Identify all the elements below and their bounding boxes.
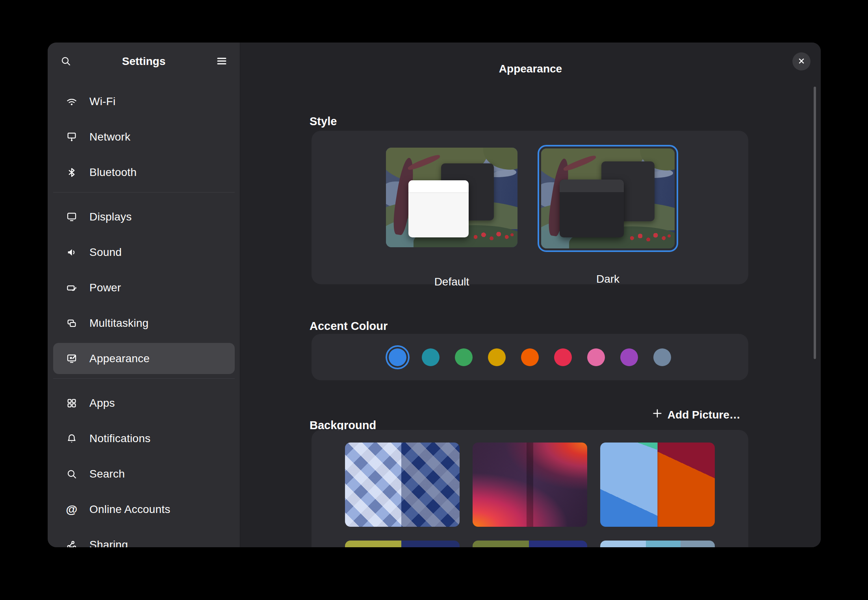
sidebar-item-appearance[interactable]: Appearance	[53, 343, 235, 374]
vertical-scrollbar[interactable]	[814, 87, 816, 359]
bluetooth-icon	[65, 166, 78, 179]
close-window-button[interactable]	[792, 52, 811, 70]
appearance-page: Appearance Style	[240, 43, 821, 547]
sidebar-item-label: Appearance	[89, 352, 150, 365]
background-card	[312, 430, 748, 547]
sidebar-item-sharing[interactable]: Sharing	[53, 529, 235, 547]
accent-swatch-red[interactable]	[554, 348, 572, 366]
sidebar-item-network[interactable]: Network	[53, 121, 235, 152]
multitasking-icon	[65, 317, 78, 330]
style-option-label: Default	[386, 276, 517, 288]
selected-style-frame	[538, 145, 678, 252]
style-card: Default	[312, 131, 748, 284]
accent-swatch-yellow[interactable]	[488, 348, 506, 366]
accent-swatch-blue[interactable]	[389, 348, 406, 366]
sidebar-item-multitasking[interactable]: Multitasking	[53, 307, 235, 339]
wallpaper-thumb-drool-split[interactable]	[600, 443, 715, 527]
power-icon	[65, 281, 78, 294]
style-option-default[interactable]: Default	[386, 148, 517, 247]
sidebar-nav: Wi-Fi Network Bluetooth	[53, 86, 235, 547]
preview-window-front-light	[408, 180, 469, 237]
sidebar-divider	[53, 192, 235, 193]
settings-window: Settings Wi-Fi	[48, 43, 821, 547]
accent-swatch-orange[interactable]	[521, 348, 539, 366]
sidebar-item-bluetooth[interactable]: Bluetooth	[53, 157, 235, 188]
add-picture-button[interactable]: Add Picture…	[652, 408, 740, 422]
accent-swatch-slate[interactable]	[653, 348, 671, 366]
search-icon	[65, 467, 78, 481]
apps-icon	[65, 396, 78, 410]
notifications-icon	[65, 432, 78, 445]
sidebar-item-label: Displays	[89, 211, 132, 223]
accent-swatch-green[interactable]	[455, 348, 473, 366]
close-icon	[797, 57, 806, 67]
sidebar-item-online-accounts[interactable]: @ Online Accounts	[53, 494, 235, 525]
wallpaper-thumb-blue-cubes[interactable]	[345, 443, 460, 527]
sidebar-divider	[53, 378, 235, 379]
wifi-icon	[65, 95, 78, 108]
sidebar-item-notifications[interactable]: Notifications	[53, 423, 235, 454]
preview-window-front-dark	[560, 180, 624, 237]
sidebar: Settings Wi-Fi	[48, 43, 240, 547]
accent-swatch-purple[interactable]	[620, 348, 638, 366]
wallpaper-thumb-row2-3[interactable]	[600, 541, 715, 547]
sidebar-item-label: Multitasking	[89, 317, 148, 330]
wallpaper-thumb-row2-1[interactable]	[345, 541, 460, 547]
wallpaper-thumb-magma-waves[interactable]	[473, 443, 587, 527]
main-menu-button[interactable]	[212, 52, 231, 71]
style-option-dark[interactable]: Dark	[538, 145, 678, 252]
network-icon	[65, 130, 78, 144]
sidebar-item-power[interactable]: Power	[53, 272, 235, 303]
appearance-icon	[65, 352, 78, 365]
desktop-background: Settings Wi-Fi	[0, 0, 868, 600]
sidebar-headerbar: Settings	[48, 43, 240, 80]
sidebar-item-wifi[interactable]: Wi-Fi	[53, 86, 235, 117]
sidebar-item-label: Sharing	[89, 539, 128, 548]
sidebar-item-label: Bluetooth	[89, 166, 137, 179]
sidebar-item-label: Online Accounts	[89, 503, 170, 516]
accent-section-title: Accent Colour	[310, 320, 388, 333]
sidebar-item-displays[interactable]: Displays	[53, 201, 235, 232]
plus-icon	[652, 408, 663, 422]
page-title: Appearance	[240, 50, 821, 88]
wallpaper-thumb-row2-2[interactable]	[473, 541, 587, 547]
headerbar: Appearance	[240, 43, 821, 80]
sound-icon	[65, 246, 78, 259]
online-accounts-icon: @	[65, 503, 78, 516]
style-preview-default	[386, 148, 517, 247]
sidebar-item-label: Sound	[89, 246, 122, 259]
sidebar-item-label: Search	[89, 468, 125, 480]
sidebar-item-label: Notifications	[89, 432, 150, 445]
hamburger-menu-icon	[216, 55, 228, 68]
sidebar-item-label: Wi-Fi	[89, 95, 115, 108]
sidebar-item-sound[interactable]: Sound	[53, 237, 235, 268]
style-preview-dark	[541, 148, 675, 248]
style-option-label: Dark	[538, 273, 678, 285]
accent-swatch-teal[interactable]	[422, 348, 440, 366]
sidebar-item-label: Network	[89, 131, 130, 143]
sidebar-item-label: Apps	[89, 397, 115, 409]
accent-colour-card	[312, 334, 748, 380]
style-section-title: Style	[310, 115, 337, 128]
sidebar-title: Settings	[48, 43, 240, 80]
add-picture-label: Add Picture…	[668, 409, 740, 421]
accent-swatch-pink[interactable]	[587, 348, 605, 366]
sidebar-item-apps[interactable]: Apps	[53, 387, 235, 419]
sharing-icon	[65, 538, 78, 548]
display-icon	[65, 210, 78, 224]
sidebar-item-label: Power	[89, 281, 121, 294]
sidebar-item-search[interactable]: Search	[53, 458, 235, 489]
